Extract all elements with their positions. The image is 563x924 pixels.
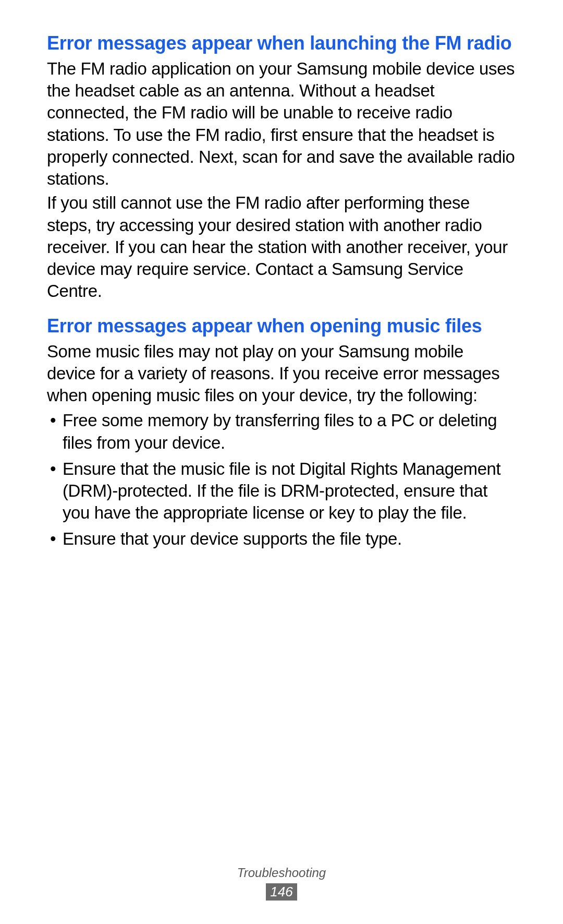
- page-footer: Troubleshooting 146: [0, 866, 563, 901]
- bullet-list: Free some memory by transferring files t…: [47, 410, 516, 550]
- body-paragraph: If you still cannot use the FM radio aft…: [47, 192, 516, 302]
- section-heading: Error messages appear when opening music…: [47, 314, 516, 338]
- body-paragraph: The FM radio application on your Samsung…: [47, 58, 516, 190]
- footer-section-name: Troubleshooting: [0, 866, 563, 880]
- list-item: Ensure that your device supports the fil…: [47, 528, 516, 550]
- list-item: Free some memory by transferring files t…: [47, 410, 516, 453]
- page-number: 146: [266, 883, 297, 901]
- document-page: Error messages appear when launching the…: [0, 0, 563, 924]
- body-paragraph: Some music files may not play on your Sa…: [47, 341, 516, 407]
- section-heading: Error messages appear when launching the…: [47, 31, 516, 55]
- list-item: Ensure that the music file is not Digita…: [47, 458, 516, 524]
